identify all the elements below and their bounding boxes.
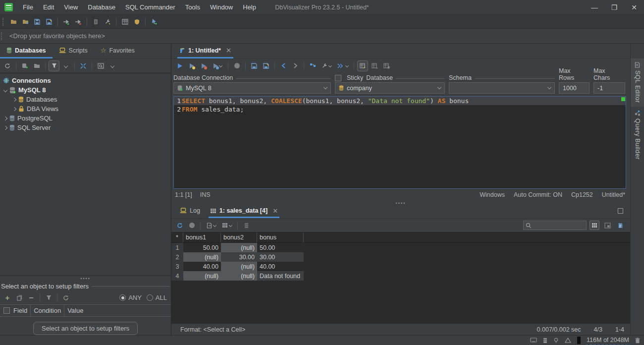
editor-save-button[interactable] (249, 60, 260, 71)
tree-item-mysql8[interactable]: MySQL 8 (0, 85, 171, 95)
toolbar-drag-handle[interactable] (2, 18, 5, 26)
header-bonus[interactable]: bonus (257, 232, 304, 242)
cell-bonus1-null[interactable]: (null) (183, 271, 221, 281)
refresh-filter-button[interactable] (60, 292, 71, 303)
menu-window[interactable]: Window (205, 0, 238, 14)
vtab-sql-editor[interactable]: SQL Editor (631, 58, 644, 107)
grid-view-options-button[interactable] (219, 220, 234, 231)
cell-bonus2-null[interactable]: (null) (221, 243, 257, 252)
column-settings-button[interactable] (241, 220, 252, 231)
menu-file[interactable]: File (18, 0, 38, 14)
tool-properties-button[interactable] (102, 16, 113, 27)
restore-button[interactable]: ❐ (604, 0, 624, 14)
grid-refresh-button[interactable] (174, 220, 185, 231)
next-sql-button[interactable] (290, 60, 301, 71)
cell-bonus1-null[interactable]: (null) (183, 252, 221, 262)
export-grid-button[interactable] (204, 220, 218, 231)
favorites-bar[interactable]: <Drop your favorite objects here> (0, 29, 644, 44)
setup-filters-button[interactable]: Select an object to setup filters (33, 322, 138, 335)
menu-tools[interactable]: Tools (180, 0, 205, 14)
sticky-checkbox[interactable] (335, 75, 341, 81)
duplicate-filter-button[interactable] (14, 292, 25, 303)
tab-scripts[interactable]: Scripts (53, 44, 94, 58)
row-number[interactable]: 1 (171, 243, 183, 252)
connections-status-icon[interactable] (543, 338, 547, 344)
menu-edit[interactable]: Edit (38, 0, 59, 14)
encoding[interactable]: Cp1252 (571, 191, 593, 198)
line-separator[interactable]: Windows (480, 191, 505, 198)
result-row-1[interactable]: 1 50.00 (null) 50.00 (171, 243, 630, 252)
row-number[interactable]: 2 (171, 252, 183, 262)
save-button-main[interactable] (32, 16, 43, 27)
autocommit-status[interactable]: Auto Commit: ON (514, 191, 562, 198)
favorites-drag-handle[interactable] (1, 32, 3, 40)
cell-bonus[interactable]: 30.00 (257, 252, 304, 262)
result-row-4[interactable]: 4 (null) (null) Data not found (171, 271, 630, 281)
close-icon[interactable]: ✕ (272, 207, 278, 215)
cell-bonus[interactable]: 40.00 (257, 262, 304, 271)
driver-manager-button[interactable] (119, 16, 130, 27)
left-splitter-handle[interactable]: •••• (0, 276, 171, 281)
commit-button[interactable] (90, 16, 101, 27)
result-row-3[interactable]: 3 40.00 (null) 40.00 (171, 262, 630, 271)
tab-untitled-editor[interactable]: 1: Untitled* ✕ (177, 44, 233, 58)
table-import-button[interactable] (369, 60, 380, 71)
execute-current-button[interactable] (186, 60, 197, 71)
cell-bonus1[interactable]: 40.00 (183, 262, 221, 271)
memory-indicator[interactable]: 116M of 2048M (587, 337, 629, 344)
previous-sql-button[interactable] (278, 60, 289, 71)
run-to-cursor-button[interactable] (335, 60, 351, 71)
filter-dropdown-button[interactable] (60, 60, 71, 71)
minimize-button[interactable]: — (585, 0, 604, 14)
tree-item-sql-server[interactable]: SQL Server (0, 123, 171, 132)
chevron-right-icon[interactable] (3, 116, 7, 120)
execute-buffer-button[interactable] (198, 60, 209, 71)
remove-filter-button[interactable]: − (26, 292, 37, 303)
cell-bonus2-null[interactable]: (null) (221, 271, 257, 281)
cell-bonus2-null[interactable]: (null) (221, 262, 257, 271)
create-connection-button[interactable] (19, 60, 30, 71)
chevron-right-icon[interactable] (12, 107, 16, 111)
filter-objects-button[interactable] (49, 60, 59, 71)
tree-item-postgresql[interactable]: PostgreSQL (0, 114, 171, 123)
apply-filter-button[interactable] (43, 292, 54, 303)
monitor-status-icon[interactable] (530, 338, 537, 343)
radio-any[interactable]: ANY (119, 294, 142, 301)
execute-button[interactable] (174, 60, 185, 71)
open-folder-button[interactable] (8, 16, 19, 27)
chevron-right-icon[interactable] (12, 97, 16, 101)
chevron-down-icon[interactable] (3, 88, 7, 92)
header-rownum[interactable]: * (171, 232, 183, 242)
execute-options-button[interactable] (210, 60, 225, 71)
radio-all[interactable]: ALL (147, 294, 167, 301)
text-view-toggle[interactable] (615, 221, 625, 230)
edit-results-toggle[interactable] (357, 60, 368, 71)
connect-button[interactable] (61, 16, 72, 27)
explain-plan-button[interactable] (307, 60, 318, 71)
open-settings-folder-button[interactable] (20, 16, 31, 27)
filter-select-all-checkbox[interactable] (3, 307, 10, 314)
tree-refresh-button[interactable] (2, 60, 13, 71)
cell-bonus[interactable]: 50.00 (257, 243, 304, 252)
editor-save-as-button[interactable] (261, 60, 271, 71)
code-line-1[interactable]: 1 SELECT bonus1, bonus2, COALESCE(bonus1… (174, 97, 626, 105)
gc-trash-icon[interactable] (635, 338, 640, 344)
vtab-query-builder[interactable]: Query Builder (631, 107, 644, 163)
preview-object-button[interactable] (95, 60, 106, 71)
maximize-panel-button[interactable] (618, 208, 623, 214)
connection-select[interactable]: MySQL 8 (173, 82, 331, 94)
cell-bonus2[interactable]: 30.00 (221, 252, 257, 262)
max-chars-input[interactable]: -1 (593, 82, 625, 94)
grid-search-input[interactable] (523, 221, 587, 230)
tab-log[interactable]: Log (178, 205, 202, 218)
cell-bonus1[interactable]: 50.00 (183, 243, 221, 252)
tab-sales-data-result[interactable]: 1: sales_data [4] ✕ (209, 205, 279, 218)
tab-databases[interactable]: Databases (0, 44, 53, 58)
tree-item-connections[interactable]: Connections (0, 76, 171, 85)
result-row-2[interactable]: 2 (null) 30.00 30.00 (171, 252, 630, 262)
preview-dropdown-button[interactable] (107, 60, 118, 71)
menu-help[interactable]: Help (238, 0, 261, 14)
header-bonus2[interactable]: bonus2 (221, 232, 257, 242)
table-data-button[interactable] (381, 60, 392, 71)
chevron-right-icon[interactable] (3, 125, 7, 129)
